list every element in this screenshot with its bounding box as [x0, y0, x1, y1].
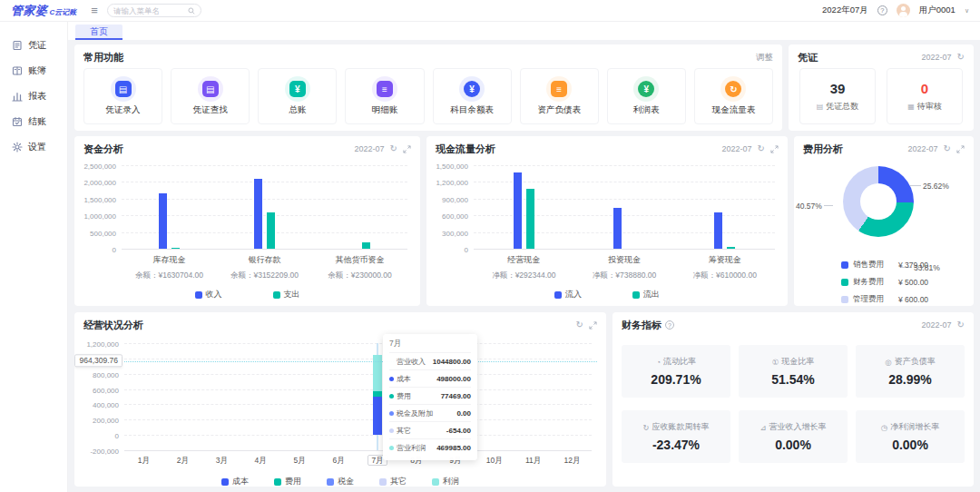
sidebar-item-closing[interactable]: 结账: [0, 109, 67, 134]
adjust-button[interactable]: 调整: [756, 52, 773, 64]
quick-action-balance-sheet[interactable]: ≡资产负债表: [520, 68, 599, 124]
voucher-total-value: 39: [830, 81, 846, 96]
donut-hole: [860, 183, 897, 220]
avatar[interactable]: [897, 4, 910, 17]
sidebar-item-ledger[interactable]: 账簿: [0, 58, 67, 84]
balance-label: 余额：¥3152209.00: [217, 271, 312, 281]
indicator-value: 209.71%: [651, 372, 701, 387]
chart-legend: 收入支出: [74, 289, 420, 300]
chevron-down-icon[interactable]: ∨: [965, 7, 969, 15]
help-icon[interactable]: ?: [877, 5, 887, 15]
balance-labels: 净额：¥292344.00净额：¥738880.00净额：¥610000.00: [474, 271, 775, 281]
legend-item-支出[interactable]: 支出: [273, 289, 300, 300]
gridline: 800,000: [124, 374, 592, 375]
legend-item-其它[interactable]: 其它: [379, 476, 407, 487]
slice-percent-销售费用: 25.62%: [910, 182, 949, 191]
menu-toggle-icon[interactable]: ≡: [91, 5, 98, 16]
legend-item-管理费用[interactable]: 管理费用¥ 600.00: [841, 294, 928, 305]
indicator-name: 资产负债率: [895, 356, 936, 368]
legend-item-利润[interactable]: 利润: [432, 476, 459, 487]
legend-item-流出[interactable]: 流出: [632, 289, 660, 300]
bar-group: [674, 165, 775, 249]
current-ratio-icon: ◔: [656, 358, 661, 367]
bar-流入: [613, 208, 622, 249]
x-axis-labels: 库存现金银行存款其他货币资金: [122, 254, 407, 266]
balance-label: 净额：¥610000.00: [674, 271, 775, 281]
indicator-label: ↻应收账款周转率: [642, 421, 709, 433]
indicator-name: 应收账款周转率: [652, 421, 710, 433]
tooltip-title: 7月: [389, 339, 471, 352]
indicator-card: ◷净利润增长率0.00%: [856, 410, 965, 463]
legend-item-流入[interactable]: 流入: [554, 289, 582, 300]
indicator-value: -23.47%: [652, 438, 700, 452]
legend-label: 费用: [285, 476, 301, 487]
sidebar-item-settings[interactable]: 设置: [0, 134, 67, 160]
report-icon: [12, 91, 23, 102]
help-icon[interactable]: ?: [665, 320, 674, 330]
quick-action-voucher-search[interactable]: ▤凭证查找: [171, 68, 250, 124]
indicator-card: ⊿营业收入增长率0.00%: [739, 410, 848, 463]
balance-label: 净额：¥738880.00: [574, 271, 675, 281]
settings-icon: [12, 142, 23, 153]
tooltip-label: 费用: [397, 391, 441, 401]
bar-收入: [254, 179, 262, 249]
expand-icon[interactable]: [589, 321, 597, 330]
indicator-card: ◎资产负债率28.99%: [856, 345, 965, 398]
sidebar-item-label: 凭证: [28, 39, 46, 52]
indicators-grid: ◔流动比率209.71%①现金比率51.54%◎资产负债率28.99%↻应收账款…: [622, 345, 965, 463]
panel-funds-analysis: 资金分析 2022-07 ↻ 2,500,0002,000,0001,500,0…: [74, 136, 420, 306]
sidebar-item-report[interactable]: 报表: [0, 84, 67, 109]
general-ledger-icon: ¥: [285, 76, 310, 102]
refresh-icon[interactable]: ↻: [390, 144, 397, 153]
refresh-icon[interactable]: ↻: [944, 144, 951, 153]
tooltip-row: 成本498000.00: [389, 369, 471, 387]
legend-item-税金[interactable]: 税金: [327, 476, 354, 487]
x-axis-label: 4月: [241, 456, 280, 467]
refresh-icon[interactable]: ↻: [758, 144, 765, 153]
legend-chip: [327, 478, 334, 486]
username[interactable]: 用户0001: [919, 5, 956, 16]
sidebar-item-voucher[interactable]: 凭证: [0, 33, 67, 58]
expand-icon[interactable]: [770, 145, 779, 153]
pending-review-box[interactable]: 0 ▦ 待审核: [887, 68, 963, 124]
expense-title: 费用分析: [803, 143, 843, 156]
search-input[interactable]: [113, 6, 184, 15]
refresh-icon[interactable]: ↻: [576, 320, 583, 330]
quick-action-account-balance[interactable]: ¥科目余额表: [433, 68, 512, 124]
legend-item-成本[interactable]: 成本: [221, 476, 249, 487]
balance-label: 净额：¥292344.00: [474, 271, 574, 281]
indicator-label: ◔流动比率: [656, 356, 696, 368]
cashflow-title: 现金流量分析: [436, 143, 495, 156]
quick-action-voucher-entry[interactable]: ▤凭证录入: [83, 68, 162, 124]
pending-review-text: 待审核: [917, 101, 942, 113]
refresh-icon[interactable]: ↻: [957, 53, 965, 62]
indicator-label: ◎资产负债率: [885, 356, 935, 368]
legend-item-收入[interactable]: 收入: [195, 289, 222, 300]
tab-home[interactable]: 首页: [75, 25, 122, 40]
legend-item-销售费用[interactable]: 销售费用¥ 379.00: [841, 260, 928, 271]
pending-review-label: ▦ 待审核: [907, 101, 942, 113]
quick-action-cashflow-sheet[interactable]: ↻现金流量表: [694, 68, 773, 124]
stack-segment-成本: [373, 397, 382, 435]
quick-action-general-ledger[interactable]: ¥总账: [258, 68, 337, 124]
month-label: 12月: [564, 456, 581, 465]
legend-chip: [841, 296, 848, 303]
x-axis-label: 10月: [475, 456, 514, 467]
y-axis-tick: 0: [115, 432, 119, 440]
tooltip-dot: [389, 394, 394, 399]
expand-icon[interactable]: [956, 145, 965, 153]
quick-action-label: 凭证查找: [193, 104, 228, 116]
legend-item-费用[interactable]: 费用: [274, 476, 301, 487]
refresh-icon[interactable]: ↻: [957, 320, 965, 330]
indicator-name: 流动比率: [663, 356, 696, 368]
expand-icon[interactable]: [403, 145, 411, 153]
legend-item-财务费用[interactable]: 财务费用¥ 500.00: [841, 277, 928, 288]
y-axis-tick: -200,000: [90, 448, 119, 456]
quick-action-profit-sheet[interactable]: ¥利润表: [607, 68, 686, 124]
stack-segment-费用: [373, 391, 382, 398]
legend-chip: [432, 478, 439, 486]
indicator-value: 0.00%: [775, 438, 811, 452]
quick-action-detail-ledger[interactable]: ≡明细账: [345, 68, 424, 124]
tooltip-label: 营业利润: [397, 443, 436, 453]
voucher-total-box[interactable]: 39 ▤ 凭证总数: [799, 68, 876, 124]
